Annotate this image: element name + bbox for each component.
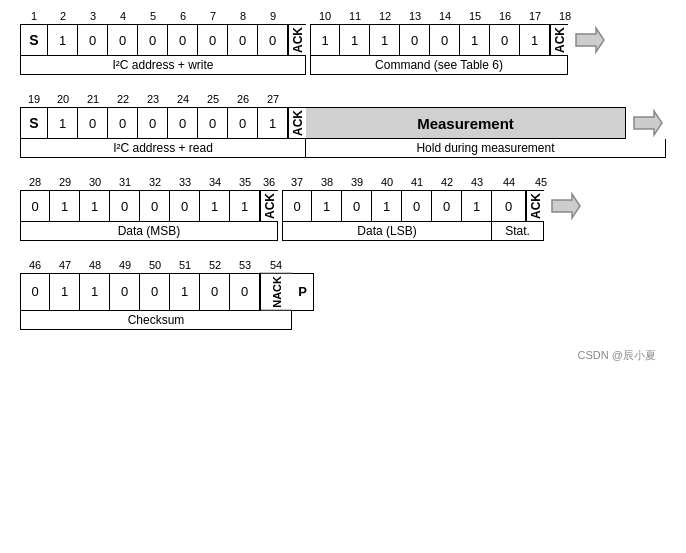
data-bit: 0 xyxy=(170,190,200,222)
data-bit: 1 xyxy=(50,190,80,222)
bit-number: 49 xyxy=(110,259,140,271)
svg-marker-0 xyxy=(576,28,604,52)
arrow-right xyxy=(572,24,608,56)
label-hold-measurement: Hold during measurement xyxy=(306,139,666,158)
bit-number: 33 xyxy=(170,176,200,188)
bit-number: 37 xyxy=(282,176,312,188)
arrow-right xyxy=(630,107,666,139)
svg-marker-2 xyxy=(552,194,580,218)
bit-number: 34 xyxy=(200,176,230,188)
bit-number: 24 xyxy=(168,93,198,105)
data-bit: 0 xyxy=(108,107,138,139)
data-bit: 0 xyxy=(108,24,138,56)
data-bit: 0 xyxy=(110,190,140,222)
bit-number: 45 xyxy=(526,176,556,188)
data-bit: 1 xyxy=(310,24,340,56)
data-bit: 1 xyxy=(340,24,370,56)
bit-number: 14 xyxy=(430,10,460,22)
bit-number: 21 xyxy=(78,93,108,105)
data-bit: 0 xyxy=(78,24,108,56)
bit-number: 54 xyxy=(260,259,292,271)
data-bit: 1 xyxy=(372,190,402,222)
data-bit: 1 xyxy=(80,190,110,222)
bit-number: 15 xyxy=(460,10,490,22)
bit-number: 12 xyxy=(370,10,400,22)
data-bit: 1 xyxy=(370,24,400,56)
bit-number: 13 xyxy=(400,10,430,22)
bit-number: 17 xyxy=(520,10,550,22)
measurement-label: Measurement xyxy=(306,107,626,139)
data-bit: 0 xyxy=(140,273,170,311)
cells-row: S10000000ACK11100101ACK xyxy=(20,24,666,56)
section-3: 2829303132333435363738394041424344450110… xyxy=(20,176,666,241)
data-bit: 0 xyxy=(402,190,432,222)
ack-bit-right: ACK xyxy=(526,190,544,222)
bit-number: 11 xyxy=(340,10,370,22)
bit-number: 50 xyxy=(140,259,170,271)
data-bit: 0 xyxy=(20,273,50,311)
bit-number: 43 xyxy=(462,176,492,188)
data-bit: 0 xyxy=(200,273,230,311)
cells-row: 01100100NACKP xyxy=(20,273,666,311)
data-bit: 1 xyxy=(50,273,80,311)
data-bit: 0 xyxy=(430,24,460,56)
data-bit: 0 xyxy=(230,273,260,311)
arrow-right xyxy=(548,190,584,222)
section-4: 46474849505152535401100100NACKPChecksum xyxy=(20,259,666,330)
bit-number: 3 xyxy=(78,10,108,22)
bit-number: 44 xyxy=(492,176,526,188)
bit-number: 35 xyxy=(230,176,260,188)
bit-number: 51 xyxy=(170,259,200,271)
bit-number: 10 xyxy=(310,10,340,22)
bit-number: 2 xyxy=(48,10,78,22)
bit-number: 5 xyxy=(138,10,168,22)
label-stat: Stat. xyxy=(492,222,544,241)
label-data-lsb: Data (LSB) xyxy=(282,222,492,241)
bit-number: 19 xyxy=(20,93,48,105)
label-i2c-read: I²C address + read xyxy=(20,139,306,158)
data-bit: 0 xyxy=(78,107,108,139)
data-bit: 0 xyxy=(432,190,462,222)
cells-row: 01100011ACK01010010ACK xyxy=(20,190,666,222)
ack-bit-left: ACK xyxy=(288,24,306,56)
bit-number: 23 xyxy=(138,93,168,105)
data-bit: 1 xyxy=(460,24,490,56)
data-bit: 0 xyxy=(168,107,198,139)
data-bit: 0 xyxy=(198,107,228,139)
bit-number: 29 xyxy=(50,176,80,188)
section-2: 192021222324252627S10000001ACKMeasuremen… xyxy=(20,93,666,158)
label-command: Command (see Table 6) xyxy=(310,56,568,75)
data-bit: 1 xyxy=(258,107,288,139)
bit-number: 20 xyxy=(48,93,78,105)
bit-number: 41 xyxy=(402,176,432,188)
data-bit: 0 xyxy=(490,24,520,56)
data-bit: 0 xyxy=(198,24,228,56)
data-bit: 0 xyxy=(138,107,168,139)
data-bit: 0 xyxy=(140,190,170,222)
bit-number: 48 xyxy=(80,259,110,271)
label-checksum: Checksum xyxy=(20,311,292,330)
bit-number: 26 xyxy=(228,93,258,105)
watermark: CSDN @辰小夏 xyxy=(20,348,666,363)
data-bit: 0 xyxy=(110,273,140,311)
svg-marker-1 xyxy=(634,111,662,135)
bit-number: 38 xyxy=(312,176,342,188)
data-bit: 0 xyxy=(258,24,288,56)
data-bit: 0 xyxy=(282,190,312,222)
bit-number: 6 xyxy=(168,10,198,22)
data-bit: 0 xyxy=(168,24,198,56)
data-bit: 0 xyxy=(228,24,258,56)
bit-number: 31 xyxy=(110,176,140,188)
bit-number: 28 xyxy=(20,176,50,188)
bit-number: 22 xyxy=(108,93,138,105)
label-i2c-write: I²C address + write xyxy=(20,56,306,75)
cells-row: S10000001ACKMeasurement xyxy=(20,107,666,139)
start-bit: S xyxy=(20,107,48,139)
data-bit: 0 xyxy=(20,190,50,222)
bit-number: 52 xyxy=(200,259,230,271)
nack-bit: NACK xyxy=(260,273,292,311)
data-bit: 0 xyxy=(492,190,526,222)
bit-number: 30 xyxy=(80,176,110,188)
data-bit: 1 xyxy=(200,190,230,222)
data-bit: 0 xyxy=(342,190,372,222)
